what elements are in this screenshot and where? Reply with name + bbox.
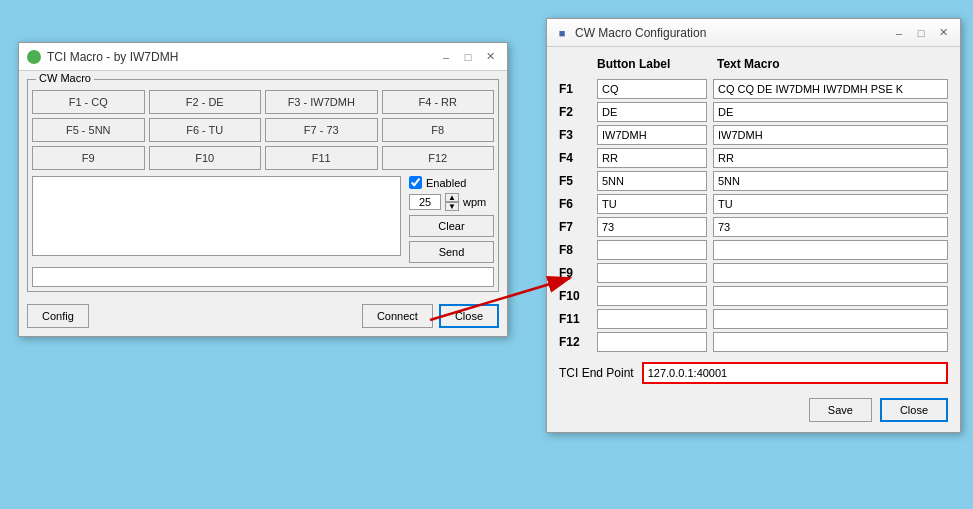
connect-button[interactable]: Connect <box>362 304 433 328</box>
config-button[interactable]: Config <box>27 304 89 328</box>
footer-buttons: Config Connect Close <box>27 300 499 328</box>
btn-label-f7[interactable] <box>597 217 707 237</box>
btn-label-f9[interactable] <box>597 263 707 283</box>
text-macro-f1[interactable] <box>713 79 948 99</box>
wpm-down-button[interactable]: ▼ <box>445 202 459 211</box>
fn-label-f12: F12 <box>559 335 591 349</box>
bottom-area: Enabled 25 ▲ ▼ wpm Clear Send <box>32 176 494 263</box>
text-macro-f2[interactable] <box>713 102 948 122</box>
btn-label-f11[interactable] <box>597 309 707 329</box>
cw-titlebar-controls: – □ ✕ <box>890 24 952 42</box>
text-macro-f8[interactable] <box>713 240 948 260</box>
config-row-f9: F9 <box>559 263 948 283</box>
fn-col-header <box>559 57 597 71</box>
config-row-f2: F2 <box>559 102 948 122</box>
btn-label-f1[interactable] <box>597 79 707 99</box>
tci-endpoint-input[interactable] <box>642 362 948 384</box>
tci-minimize-button[interactable]: – <box>437 48 455 66</box>
text-macro-f3[interactable] <box>713 125 948 145</box>
clear-button[interactable]: Clear <box>409 215 494 237</box>
macro-btn-f4[interactable]: F4 - RR <box>382 90 495 114</box>
enabled-checkbox[interactable] <box>409 176 422 189</box>
cw-config-window: ■ CW Macro Configuration – □ ✕ Button La… <box>546 18 961 433</box>
macro-btn-f9[interactable]: F9 <box>32 146 145 170</box>
tci-close-button[interactable]: ✕ <box>481 48 499 66</box>
btn-label-f2[interactable] <box>597 102 707 122</box>
text-macro-f11[interactable] <box>713 309 948 329</box>
tci-endpoint-row: TCI End Point <box>559 362 948 384</box>
config-close-button[interactable]: Close <box>880 398 948 422</box>
tci-maximize-button[interactable]: □ <box>459 48 477 66</box>
macro-btn-f10[interactable]: F10 <box>149 146 262 170</box>
send-input[interactable] <box>32 267 494 287</box>
text-macro-f4[interactable] <box>713 148 948 168</box>
config-row-f6: F6 <box>559 194 948 214</box>
text-display <box>32 176 401 256</box>
fn-label-f4: F4 <box>559 151 591 165</box>
tci-endpoint-label: TCI End Point <box>559 366 634 380</box>
text-macro-f9[interactable] <box>713 263 948 283</box>
fn-label-f11: F11 <box>559 312 591 326</box>
tci-close-footer-button[interactable]: Close <box>439 304 499 328</box>
btn-label-f12[interactable] <box>597 332 707 352</box>
btn-label-f6[interactable] <box>597 194 707 214</box>
macro-btn-f7[interactable]: F7 - 73 <box>265 118 378 142</box>
config-row-f12: F12 <box>559 332 948 352</box>
cw-close-button[interactable]: ✕ <box>934 24 952 42</box>
macro-btn-f11[interactable]: F11 <box>265 146 378 170</box>
enabled-row: Enabled <box>409 176 494 189</box>
text-macro-col-header: Text Macro <box>717 57 948 71</box>
wpm-spinner: ▲ ▼ <box>445 193 459 211</box>
wpm-input[interactable]: 25 <box>409 194 441 210</box>
fn-label-f6: F6 <box>559 197 591 211</box>
macro-btn-f2[interactable]: F2 - DE <box>149 90 262 114</box>
right-controls: Enabled 25 ▲ ▼ wpm Clear Send <box>409 176 494 263</box>
cw-maximize-button[interactable]: □ <box>912 24 930 42</box>
fn-label-f10: F10 <box>559 289 591 303</box>
fn-label-f9: F9 <box>559 266 591 280</box>
send-input-row <box>32 267 494 287</box>
tci-titlebar-controls: – □ ✕ <box>437 48 499 66</box>
btn-label-f4[interactable] <box>597 148 707 168</box>
btn-label-f5[interactable] <box>597 171 707 191</box>
text-macro-f5[interactable] <box>713 171 948 191</box>
wpm-up-button[interactable]: ▲ <box>445 193 459 202</box>
send-button[interactable]: Send <box>409 241 494 263</box>
tci-icon <box>27 50 41 64</box>
config-save-button[interactable]: Save <box>809 398 872 422</box>
cw-titlebar-left: ■ CW Macro Configuration <box>555 26 706 40</box>
footer-right: Connect Close <box>362 304 499 328</box>
config-body: Button Label Text Macro F1 F2 F3 F4 F5 <box>547 47 960 432</box>
config-row-f3: F3 <box>559 125 948 145</box>
fn-label-f7: F7 <box>559 220 591 234</box>
text-macro-f6[interactable] <box>713 194 948 214</box>
config-row-f8: F8 <box>559 240 948 260</box>
cw-macro-group: CW Macro F1 - CQ F2 - DE F3 - IW7DMH F4 … <box>27 79 499 292</box>
text-macro-f7[interactable] <box>713 217 948 237</box>
fn-label-f5: F5 <box>559 174 591 188</box>
btn-label-f10[interactable] <box>597 286 707 306</box>
config-row-f4: F4 <box>559 148 948 168</box>
text-macro-f12[interactable] <box>713 332 948 352</box>
tci-titlebar: TCI Macro - by IW7DMH – □ ✕ <box>19 43 507 71</box>
config-row-f11: F11 <box>559 309 948 329</box>
cw-macro-label: CW Macro <box>36 72 94 84</box>
tci-body: CW Macro F1 - CQ F2 - DE F3 - IW7DMH F4 … <box>19 71 507 336</box>
macro-btn-f6[interactable]: F6 - TU <box>149 118 262 142</box>
btn-label-f3[interactable] <box>597 125 707 145</box>
text-macro-f10[interactable] <box>713 286 948 306</box>
macro-btn-f12[interactable]: F12 <box>382 146 495 170</box>
fn-label-f2: F2 <box>559 105 591 119</box>
macro-btn-f8[interactable]: F8 <box>382 118 495 142</box>
macro-btn-f1[interactable]: F1 - CQ <box>32 90 145 114</box>
cw-icon: ■ <box>555 26 569 40</box>
tci-macro-window: TCI Macro - by IW7DMH – □ ✕ CW Macro F1 … <box>18 42 508 337</box>
btn-label-f8[interactable] <box>597 240 707 260</box>
fn-label-f1: F1 <box>559 82 591 96</box>
cw-minimize-button[interactable]: – <box>890 24 908 42</box>
config-footer: Save Close <box>559 394 948 422</box>
config-row-f1: F1 <box>559 79 948 99</box>
macro-btn-f5[interactable]: F5 - 5NN <box>32 118 145 142</box>
macro-btn-f3[interactable]: F3 - IW7DMH <box>265 90 378 114</box>
config-row-f5: F5 <box>559 171 948 191</box>
